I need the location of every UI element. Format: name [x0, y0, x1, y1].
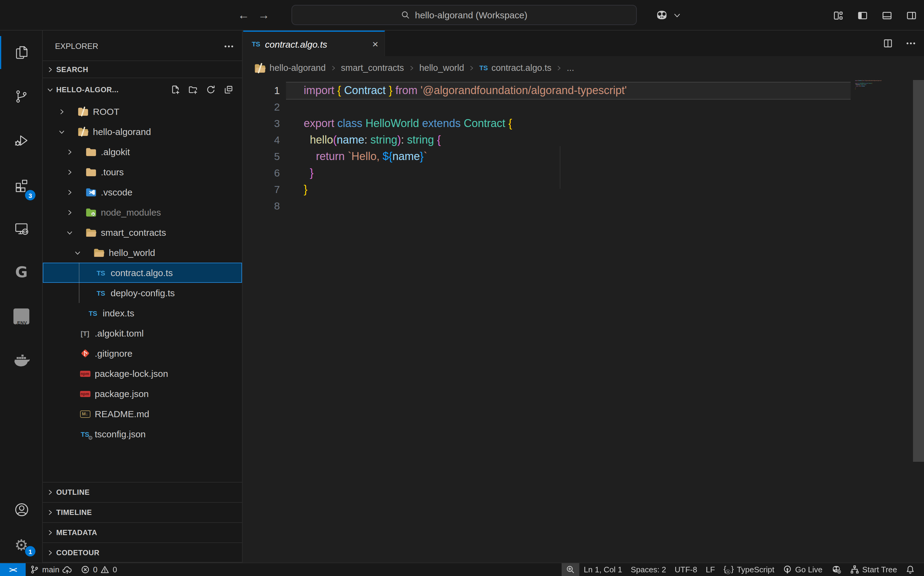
tree-item-package-lock-json[interactable]: npmpackage-lock.json [43, 363, 242, 384]
more-actions-icon[interactable] [906, 42, 916, 45]
chevron-down-icon [66, 229, 76, 236]
minimap[interactable]: import { Contract } from '@algorandfound… [853, 80, 911, 202]
activity-item-explorer[interactable] [0, 30, 43, 75]
chevron-down-icon [673, 11, 681, 19]
language-status-label: TypeScript [737, 565, 774, 574]
command-center-label: hello-algorand (Workspace) [415, 10, 527, 20]
breadcrumb: hello-algorandsmart_contractshello_world… [243, 56, 924, 79]
line-number: 6 [243, 165, 280, 181]
activity-item-run-and-debug[interactable] [0, 118, 43, 163]
section-timeline[interactable]: TIMELINE [43, 502, 243, 522]
toggle-panel-icon[interactable] [882, 10, 892, 21]
code-line-2: 2 [243, 99, 924, 115]
command-center[interactable]: hello-algorand (Workspace) [291, 5, 637, 25]
status-problems[interactable]: 00 [76, 563, 121, 576]
activity-item-dotenv[interactable]: .ENV [0, 294, 43, 338]
status-go-live[interactable]: Go Live [778, 563, 827, 576]
activity-item-accounts[interactable] [0, 492, 43, 527]
vertical-scrollbar[interactable] [913, 80, 924, 462]
status-copilot-status[interactable] [827, 563, 846, 576]
section-outline[interactable]: OUTLINE [43, 482, 243, 502]
breadcrumb-item[interactable]: smart_contracts [341, 63, 404, 73]
tree-item-hello-algorand[interactable]: hello-algorand [43, 122, 242, 142]
copilot-menu-button[interactable] [655, 5, 681, 25]
tree-item-hello-world[interactable]: hello_world [43, 243, 242, 262]
workspace-section-header[interactable]: HELLO-ALGOR... [43, 78, 242, 101]
status-notifications[interactable] [902, 563, 919, 576]
copilot-icon [655, 10, 669, 21]
chevron-down-icon [74, 249, 84, 256]
tree-item--vscode[interactable]: .vscode [43, 182, 242, 202]
status-encoding[interactable]: UTF-8 [670, 563, 701, 576]
folder-node-icon: js [86, 207, 96, 218]
refresh-icon[interactable] [206, 85, 216, 95]
more-actions-icon[interactable] [224, 45, 234, 47]
folder-open-icon [86, 227, 96, 238]
tree-item--tours[interactable]: .tours [43, 162, 242, 182]
line-number: 8 [243, 198, 280, 214]
activity-item-settings[interactable]: ⚙1 [0, 527, 43, 563]
tree-item--gitignore[interactable]: .gitignore [43, 343, 242, 363]
tab-label: contract.algo.ts [265, 39, 367, 49]
tree-item-index-ts[interactable]: TSindex.ts [43, 303, 242, 323]
line-number: 3 [243, 115, 280, 132]
status-start-tree[interactable]: Start Tree [846, 563, 902, 576]
npm-file-icon: npm [79, 388, 90, 399]
code-area[interactable]: 1import { Contract } from '@algorandfoun… [243, 79, 924, 563]
section-label: OUTLINE [56, 488, 90, 497]
code-line-4: 4 hello(name: string): string { [243, 132, 924, 149]
tree-item-label: .gitignore [95, 348, 132, 358]
tree-item-package-json[interactable]: npmpackage.json [43, 384, 242, 404]
status-cursor-position[interactable]: Ln 1, Col 1 [580, 563, 627, 576]
status-indentation[interactable]: Spaces: 2 [626, 563, 670, 576]
activity-item-remote-explorer[interactable] [0, 206, 43, 250]
status-zoom[interactable] [562, 563, 580, 576]
tree-item-root[interactable]: ROOT [43, 101, 242, 122]
status-remote[interactable]: >< [0, 563, 26, 576]
toggle-secondary-sidebar-icon[interactable] [906, 10, 917, 21]
title-bar: ← → hello-algorand (Workspace) [0, 0, 924, 30]
tree-item-readme-md[interactable]: M↓README.md [43, 404, 242, 424]
status-branch[interactable]: main [26, 563, 76, 576]
section-codetour[interactable]: CODETOUR [43, 542, 243, 563]
tree-item-tsconfig-json[interactable]: TS⚙tsconfig.json [43, 424, 242, 444]
cloud-upload-icon [62, 565, 72, 574]
status-language-status[interactable]: {ⓧ}TypeScript [719, 563, 778, 576]
close-tab-icon[interactable]: × [372, 39, 378, 49]
tree-item-contract-algo-ts[interactable]: TScontract.algo.ts [43, 262, 242, 283]
tree-item-label: README.md [95, 409, 149, 419]
collapse-all-icon[interactable] [224, 85, 234, 95]
folder-icon [86, 166, 96, 178]
encoding-label: UTF-8 [675, 565, 697, 574]
editor-body: 1import { Contract } from '@algorandfoun… [243, 79, 924, 563]
chevron-right-icon [66, 209, 76, 216]
breadcrumb-item[interactable]: ... [567, 63, 574, 73]
breadcrumb-item[interactable]: TScontract.algo.ts [479, 63, 551, 73]
tab-contract-algo-ts[interactable]: TS contract.algo.ts × [243, 30, 385, 56]
new-file-icon[interactable] [170, 85, 180, 95]
activity-item-algokit[interactable]: G [0, 250, 43, 294]
new-folder-icon[interactable] [188, 85, 198, 95]
breadcrumb-item[interactable]: hello_world [419, 63, 464, 73]
activity-item-extensions[interactable]: 3 [0, 163, 43, 206]
split-editor-icon[interactable] [883, 38, 893, 48]
section-metadata[interactable]: METADATA [43, 522, 243, 542]
tree-item--algokit[interactable]: .algokit [43, 142, 242, 162]
folder-root-open-icon [78, 126, 89, 137]
activity-item-docker[interactable] [0, 338, 43, 382]
activity-item-source-control[interactable] [0, 75, 43, 118]
tree-item-node-modules[interactable]: jsnode_modules [43, 202, 242, 222]
tree-item-smart-contracts[interactable]: smart_contracts [43, 222, 242, 243]
toggle-primary-sidebar-icon[interactable] [857, 10, 868, 21]
tree-item-label: index.ts [102, 308, 134, 318]
section-search[interactable]: SEARCH [43, 61, 242, 78]
tree-item--algokit-toml[interactable]: [T].algokit.toml [43, 323, 242, 343]
npm-file-icon: npm [79, 368, 90, 379]
customize-layout-icon[interactable] [833, 10, 843, 21]
tree-item-deploy-config-ts[interactable]: TSdeploy-config.ts [43, 283, 242, 303]
chevron-right-icon [46, 549, 54, 556]
broadcast-icon [783, 565, 792, 574]
status-eol[interactable]: LF [701, 563, 719, 576]
breadcrumb-item[interactable]: hello-algorand [254, 62, 326, 73]
branch-label: main [42, 565, 59, 574]
